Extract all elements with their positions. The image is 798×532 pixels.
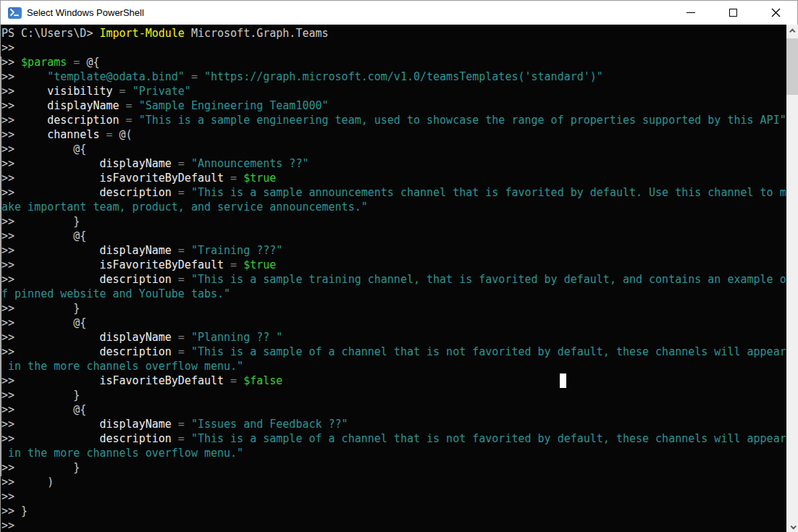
terminal-line: >> $params = @{ [1, 55, 786, 69]
terminal-line: >> [1, 518, 786, 532]
window-title: Select Windows PowerShell [27, 7, 144, 18]
terminal-line: >> visibility = "Private" [1, 84, 786, 98]
chevron-up-icon [789, 28, 795, 34]
terminal-line: >> description = "This is a sample train… [1, 272, 786, 287]
terminal-output[interactable]: PS C:\Users\D> Import-Module Microsoft.G… [1, 25, 786, 532]
terminal-line: >> @{ [1, 229, 786, 243]
close-icon [771, 8, 781, 17]
terminal-line: >> isFavoriteByDefault = $false [1, 373, 786, 388]
terminal-line: >> isFavoriteByDefault = $true [1, 258, 786, 272]
terminal-line: >> [1, 489, 786, 504]
chevron-down-icon [790, 523, 796, 529]
text-cursor [560, 373, 566, 388]
terminal-line: >> displayName = "Sample Engineering Tea… [1, 98, 786, 113]
terminal-line: >> ) [1, 475, 786, 489]
powershell-window: Select Windows PowerShell PS C:\Users\D>… [0, 0, 798, 532]
terminal-line: >> } [1, 214, 786, 229]
terminal-line: >> displayName = "Planning ?? " [1, 330, 786, 345]
terminal-line: >> @{ [1, 402, 786, 417]
minimize-button[interactable] [669, 1, 712, 25]
close-button[interactable] [755, 1, 797, 25]
terminal-line: PS C:\Users\D> Import-Module Microsoft.G… [1, 26, 786, 41]
terminal-line: >> description = "This is a sample of a … [1, 345, 786, 359]
terminal-line: >> displayName = "Training ???" [1, 243, 786, 258]
terminal-line: >> displayName = "Announcements ??" [1, 156, 786, 171]
terminal-line: >> isFavoriteByDefault = $true [1, 171, 786, 185]
title-bar[interactable]: Select Windows PowerShell [1, 1, 797, 25]
terminal-line: >> displayName = "Issues and Feedback ??… [1, 417, 786, 431]
terminal-line: >> } [1, 460, 786, 475]
terminal-line: >> [1, 41, 786, 55]
terminal-line: in the more channels overflow menu." [1, 359, 786, 373]
terminal-line: in the more channels overflow menu." [1, 446, 786, 460]
maximize-button[interactable] [712, 1, 755, 25]
terminal-line: >> @{ [1, 142, 786, 156]
scrollbar-thumb[interactable] [786, 38, 798, 95]
window-controls [669, 1, 797, 25]
terminal-line: >> channels = @( [1, 127, 786, 142]
terminal-line: f pinned website and YouTube tabs." [1, 287, 786, 301]
minimize-icon [686, 12, 695, 13]
terminal-line: ake important team, product, and service… [1, 200, 786, 214]
powershell-icon [8, 7, 22, 19]
terminal-line: >> @{ [1, 316, 786, 330]
console-area[interactable]: PS C:\Users\D> Import-Module Microsoft.G… [1, 25, 798, 532]
terminal-line: >> description = "This is a sample annou… [1, 185, 786, 200]
scroll-up-button[interactable] [786, 25, 798, 37]
vertical-scrollbar[interactable] [786, 25, 798, 532]
terminal-line: >> } [1, 388, 786, 402]
terminal-line: >> description = "This is a sample engin… [1, 113, 786, 127]
terminal-line: >> description = "This is a sample of a … [1, 431, 786, 446]
maximize-icon [729, 9, 737, 17]
scroll-down-button[interactable] [786, 520, 798, 532]
selection-column [1, 56, 1, 476]
terminal-line: >> } [1, 301, 786, 316]
terminal-line: >> "template@odata.bind" = "https://grap… [1, 69, 786, 84]
terminal-line: >> } [1, 504, 786, 518]
